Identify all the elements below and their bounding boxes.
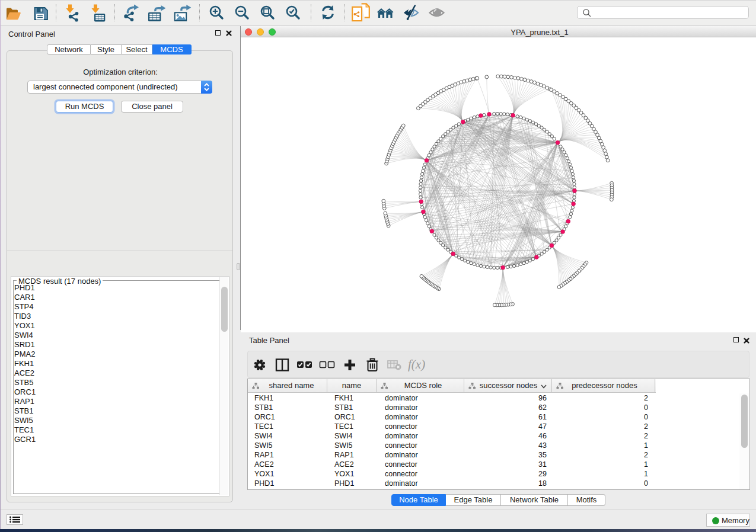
svg-text:f(x): f(x): [408, 357, 425, 371]
